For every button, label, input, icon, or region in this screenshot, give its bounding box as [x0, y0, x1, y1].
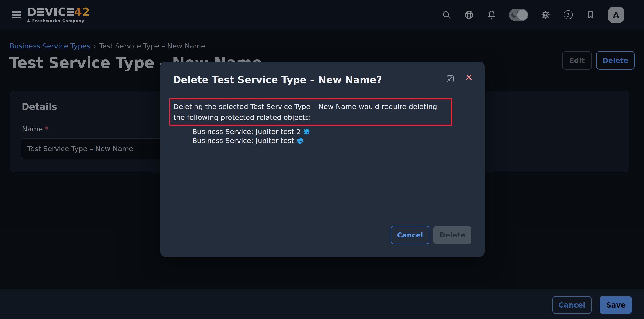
delete-warning-message: Deleting the selected Test Service Type … [169, 98, 452, 126]
view-object-globe-icon[interactable] [303, 128, 310, 135]
modal-cancel-button[interactable]: Cancel [391, 226, 430, 244]
related-object-label: Business Service: Jupiter test [192, 136, 294, 145]
view-object-globe-icon[interactable] [296, 137, 304, 144]
related-object-label: Business Service: Jupiter test 2 [192, 127, 300, 136]
protected-related-objects-list: Business Service: Jupiter test 2 Busines… [192, 127, 310, 145]
modal-actions: Cancel Delete [391, 226, 471, 244]
related-object-row: Business Service: Jupiter test [192, 136, 310, 145]
close-icon[interactable]: ✕ [465, 73, 473, 82]
delete-confirmation-modal: Delete Test Service Type – New Name? ✕ D… [160, 62, 484, 257]
modal-title: Delete Test Service Type – New Name? [173, 74, 382, 85]
expand-popout-icon[interactable] [446, 74, 455, 84]
modal-delete-button[interactable]: Delete [434, 226, 471, 244]
related-object-row: Business Service: Jupiter test 2 [192, 127, 310, 136]
